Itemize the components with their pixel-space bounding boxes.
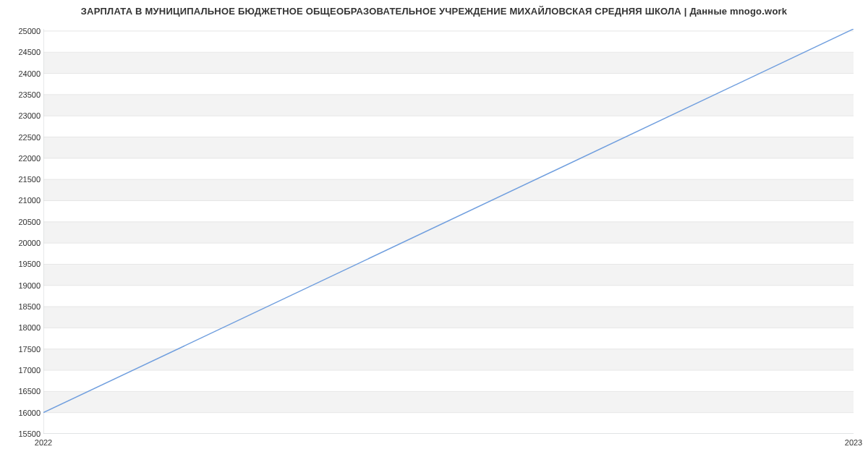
y-tick-label: 24500 bbox=[4, 48, 41, 56]
y-tick-label: 16500 bbox=[4, 387, 41, 396]
y-tick-label: 22000 bbox=[4, 154, 41, 163]
svg-rect-17 bbox=[43, 52, 854, 73]
svg-rect-2 bbox=[43, 370, 854, 391]
svg-rect-5 bbox=[43, 307, 854, 328]
svg-rect-1 bbox=[43, 391, 854, 412]
svg-rect-15 bbox=[43, 95, 854, 116]
x-tick-label: 2022 bbox=[35, 438, 52, 447]
y-tick-label: 21500 bbox=[4, 175, 41, 184]
chart-container: ЗАРПЛАТА В МУНИЦИПАЛЬНОЕ БЮДЖЕТНОЕ ОБЩЕО… bbox=[0, 0, 868, 470]
svg-rect-3 bbox=[43, 349, 854, 370]
y-tick-label: 25000 bbox=[4, 27, 41, 35]
plot-area bbox=[43, 29, 854, 434]
svg-rect-8 bbox=[43, 243, 854, 264]
svg-rect-13 bbox=[43, 137, 854, 158]
y-tick-label: 19000 bbox=[4, 281, 41, 290]
y-tick-label: 20500 bbox=[4, 218, 41, 226]
y-tick-label: 21000 bbox=[4, 196, 41, 205]
y-tick-label: 18500 bbox=[4, 302, 41, 311]
svg-rect-6 bbox=[43, 286, 854, 307]
svg-rect-4 bbox=[43, 328, 854, 349]
y-tick-label: 16000 bbox=[4, 409, 41, 417]
y-tick-label: 18000 bbox=[4, 323, 41, 332]
svg-rect-16 bbox=[43, 74, 854, 95]
y-tick-label: 24000 bbox=[4, 69, 41, 78]
y-tick-label: 23000 bbox=[4, 111, 41, 120]
y-tick-label: 19500 bbox=[4, 260, 41, 268]
svg-rect-9 bbox=[43, 222, 854, 243]
svg-rect-18 bbox=[43, 31, 854, 52]
y-tick-label: 15500 bbox=[4, 430, 41, 438]
y-tick-label: 22500 bbox=[4, 133, 41, 142]
x-tick-label: 2023 bbox=[845, 438, 862, 447]
svg-rect-0 bbox=[43, 413, 854, 434]
svg-rect-7 bbox=[43, 264, 854, 285]
y-tick-label: 20000 bbox=[4, 239, 41, 247]
svg-rect-12 bbox=[43, 158, 854, 179]
chart-svg bbox=[43, 29, 854, 434]
svg-rect-10 bbox=[43, 200, 854, 221]
y-tick-label: 17500 bbox=[4, 345, 41, 354]
y-tick-label: 17000 bbox=[4, 366, 41, 375]
y-tick-label: 23500 bbox=[4, 90, 41, 99]
svg-rect-14 bbox=[43, 116, 854, 137]
svg-rect-11 bbox=[43, 179, 854, 200]
chart-title: ЗАРПЛАТА В МУНИЦИПАЛЬНОЕ БЮДЖЕТНОЕ ОБЩЕО… bbox=[0, 6, 868, 17]
